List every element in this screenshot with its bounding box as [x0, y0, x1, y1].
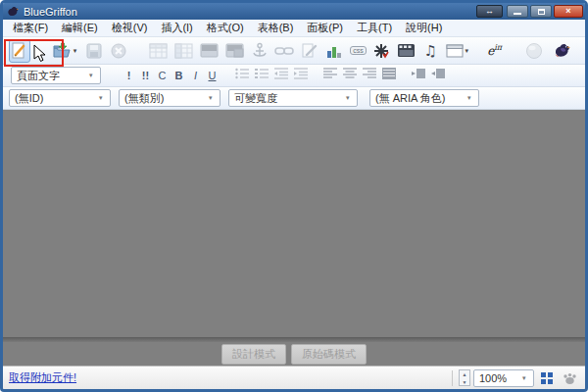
- indent-icon: [293, 67, 309, 80]
- menu-edit[interactable]: 編輯(E): [56, 20, 104, 36]
- menu-view[interactable]: 檢視(V): [106, 20, 154, 36]
- paragraph-style-select[interactable]: 頁面文字 ▾: [11, 67, 101, 84]
- attributes-toolbar: (無ID) ▾ (無類別) ▾ 可變寬度 ▾ (無 ARIA 角色) ▾: [3, 87, 585, 110]
- insert-image-button[interactable]: [199, 39, 220, 63]
- block-outdent-button[interactable]: [430, 67, 446, 84]
- width-select[interactable]: 可變寬度 ▾: [228, 89, 358, 107]
- chevron-down-icon: ▾: [522, 374, 530, 382]
- video-button[interactable]: [396, 39, 416, 63]
- bullet-list-icon: [234, 67, 250, 80]
- editor-content-area[interactable]: 設計模式 原始碼模式: [3, 110, 585, 366]
- form-frame-button[interactable]: [445, 39, 465, 63]
- spellcheck-button[interactable]: [372, 39, 391, 63]
- zoom-value: 100%: [479, 372, 507, 384]
- save-button[interactable]: [84, 39, 104, 63]
- image-properties-button[interactable]: [224, 39, 245, 63]
- align-right-button[interactable]: [362, 67, 377, 84]
- anchor-icon: [252, 42, 268, 60]
- format-toolbar: 頁面文字 ▾ ! !! C B I U: [3, 65, 585, 87]
- math-button[interactable]: eiπ: [485, 39, 504, 63]
- align-center-button[interactable]: [342, 67, 358, 84]
- menu-panels[interactable]: 面板(P): [301, 20, 349, 36]
- maximize-icon: [538, 9, 545, 15]
- align-justify-button[interactable]: [381, 67, 397, 84]
- spin-down-icon[interactable]: ▼: [460, 378, 469, 386]
- strong-emphasis-button[interactable]: !!: [139, 69, 152, 82]
- bold-button[interactable]: B: [172, 69, 185, 82]
- zoom-select[interactable]: 100% ▾: [473, 369, 534, 387]
- resize-horizontal-button[interactable]: ↔: [476, 5, 503, 18]
- link-button[interactable]: [273, 39, 295, 63]
- block-outdent-icon: [430, 67, 446, 80]
- window-title: BlueGriffon: [24, 6, 77, 18]
- close-button[interactable]: ×: [554, 5, 583, 18]
- zoom-stepper[interactable]: ▲ ▼: [459, 369, 470, 386]
- globe-button[interactable]: [524, 39, 544, 63]
- numbered-list-button[interactable]: [254, 67, 270, 84]
- mode-switch-bar: 設計模式 原始碼模式: [3, 342, 585, 366]
- table-properties-button[interactable]: [173, 39, 194, 63]
- menu-format[interactable]: 格式(O): [201, 20, 250, 36]
- stop-icon: [110, 42, 127, 60]
- block-indent-icon: [411, 67, 426, 80]
- audio-button[interactable]: ♫: [421, 39, 440, 63]
- bullet-list-button[interactable]: [234, 67, 250, 84]
- edit-page-button[interactable]: [300, 39, 319, 63]
- form-frame-dropdown-caret-icon[interactable]: ▾: [466, 47, 471, 55]
- align-center-icon: [342, 67, 358, 80]
- status-bar: 取得附加元件! ▲ ▼ 100% ▾: [3, 366, 585, 389]
- align-left-button[interactable]: [322, 67, 338, 84]
- table-icon: [149, 43, 168, 59]
- id-select[interactable]: (無ID) ▾: [9, 89, 111, 107]
- class-select[interactable]: (無類別) ▾: [119, 89, 220, 107]
- main-toolbar: ▾: [3, 37, 585, 65]
- menu-bar: 檔案(F) 編輯(E) 檢視(V) 插入(I) 格式(O) 表格(B) 面板(P…: [3, 20, 585, 37]
- italic-button[interactable]: I: [189, 69, 202, 82]
- menu-tools[interactable]: 工具(T): [351, 20, 398, 36]
- menu-insert[interactable]: 插入(I): [155, 20, 198, 36]
- math-icon: eiπ: [487, 43, 502, 58]
- open-file-button[interactable]: [51, 39, 73, 63]
- globe-icon: [525, 42, 543, 60]
- chevron-down-icon: ▾: [467, 94, 475, 102]
- anchor-button[interactable]: [250, 39, 269, 63]
- css-icon: css: [350, 46, 367, 55]
- aria-role-select[interactable]: (無 ARIA 角色) ▾: [369, 89, 479, 107]
- save-icon: [85, 42, 103, 60]
- align-justify-icon: [381, 67, 397, 80]
- stop-button[interactable]: [109, 39, 128, 63]
- block-indent-button[interactable]: [411, 67, 426, 84]
- fullscreen-icon: [540, 371, 554, 385]
- resize-horizontal-icon: ↔: [485, 7, 494, 16]
- code-button[interactable]: C: [156, 69, 169, 82]
- indent-button[interactable]: [293, 67, 309, 84]
- fullscreen-button[interactable]: [537, 369, 557, 387]
- paw-button[interactable]: [560, 369, 579, 387]
- app-icon: [7, 6, 20, 18]
- menu-help[interactable]: 說明(H): [400, 20, 448, 36]
- new-document-icon: [10, 41, 29, 61]
- image-properties-icon: [225, 43, 244, 58]
- new-document-button[interactable]: [9, 39, 30, 63]
- css-button[interactable]: css: [349, 39, 368, 63]
- class-select-value: (無類別): [124, 91, 164, 106]
- get-addons-link[interactable]: 取得附加元件!: [9, 370, 76, 385]
- menu-table[interactable]: 表格(B): [252, 20, 300, 36]
- emphasis-button[interactable]: !: [122, 69, 135, 82]
- link-icon: [274, 44, 294, 58]
- maximize-button[interactable]: [530, 5, 552, 18]
- underline-button[interactable]: U: [206, 69, 219, 82]
- table-properties-icon: [174, 43, 193, 59]
- insert-table-button[interactable]: [148, 39, 169, 63]
- outdent-button[interactable]: [273, 67, 289, 84]
- minimize-button[interactable]: [507, 5, 528, 18]
- source-mode-button[interactable]: 原始碼模式: [291, 344, 367, 365]
- menu-file[interactable]: 檔案(F): [7, 20, 54, 36]
- spin-up-icon[interactable]: ▲: [460, 370, 469, 378]
- video-icon: [397, 43, 416, 58]
- open-dropdown-caret-icon[interactable]: ▾: [74, 47, 79, 55]
- design-mode-button[interactable]: 設計模式: [221, 344, 286, 365]
- width-select-value: 可變寬度: [234, 91, 277, 106]
- chart-button[interactable]: [324, 39, 344, 63]
- bluegriffon-window: BlueGriffon ↔ × 檔案(F) 編輯(E) 檢視(V) 插入(I) …: [0, 0, 588, 392]
